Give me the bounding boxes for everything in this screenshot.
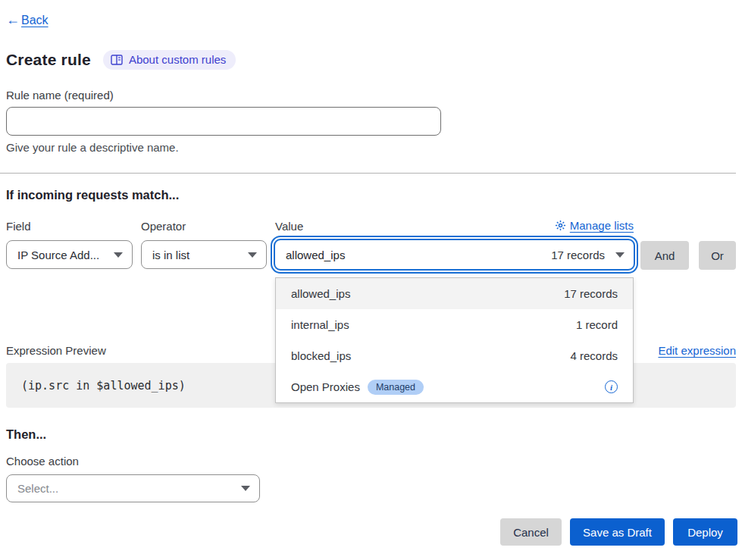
- then-heading: Then...: [6, 427, 46, 442]
- manage-lists-link[interactable]: Manage lists: [275, 219, 634, 232]
- list-item-name: Open Proxies: [291, 380, 360, 393]
- chevron-down-icon: [241, 486, 250, 491]
- title-row: Create rule About custom rules: [6, 50, 236, 70]
- field-select[interactable]: IP Source Add...: [6, 240, 133, 269]
- value-combobox-meta: 17 records: [551, 249, 605, 261]
- list-item-internal-ips[interactable]: internal_ips 1 record: [276, 309, 633, 340]
- list-item-meta: 4 records: [570, 349, 618, 362]
- action-select-placeholder: Select...: [17, 482, 58, 495]
- managed-badge: Managed: [368, 380, 424, 395]
- about-badge-label: About custom rules: [129, 53, 226, 66]
- chevron-down-icon: [615, 252, 625, 258]
- expression-preview-label: Expression Preview: [6, 344, 106, 357]
- list-item-blocked-ips[interactable]: blocked_ips 4 records: [276, 340, 633, 371]
- list-item-meta: 17 records: [564, 287, 618, 300]
- value-combobox[interactable]: allowed_ips 17 records: [274, 239, 635, 271]
- rule-name-helper: Give your rule a descriptive name.: [6, 141, 179, 154]
- page-title: Create rule: [6, 51, 91, 69]
- expression-code: (ip.src in $allowed_ips): [21, 379, 186, 393]
- edit-expression-link[interactable]: Edit expression: [658, 344, 736, 357]
- list-item-open-proxies[interactable]: Open Proxies Managed i: [276, 371, 633, 402]
- section-divider: [0, 173, 736, 174]
- chevron-down-icon: [248, 252, 257, 258]
- info-icon[interactable]: i: [605, 380, 618, 393]
- list-item-meta: 1 record: [576, 318, 618, 331]
- chevron-down-icon: [114, 252, 123, 258]
- or-button[interactable]: Or: [699, 241, 736, 270]
- cancel-button[interactable]: Cancel: [500, 518, 562, 546]
- operator-select-value: is in list: [152, 249, 189, 261]
- back-link[interactable]: ← Back: [6, 12, 49, 28]
- operator-select[interactable]: is in list: [141, 240, 267, 269]
- match-heading: If incoming requests match...: [6, 188, 179, 202]
- rule-name-input[interactable]: [6, 107, 441, 136]
- book-icon: [111, 55, 123, 65]
- gear-icon: [555, 220, 566, 231]
- value-combobox-text: allowed_ips: [286, 249, 551, 261]
- about-custom-rules-link[interactable]: About custom rules: [103, 50, 236, 70]
- back-arrow-icon: ←: [6, 12, 20, 28]
- list-item-allowed-ips[interactable]: allowed_ips 17 records: [276, 278, 633, 309]
- manage-lists-label: Manage lists: [570, 219, 634, 232]
- deploy-button[interactable]: Deploy: [673, 518, 737, 546]
- and-button[interactable]: And: [640, 241, 689, 270]
- list-item-name: blocked_ips: [291, 349, 351, 362]
- choose-action-label: Choose action: [6, 455, 79, 468]
- operator-label: Operator: [141, 220, 186, 233]
- save-as-draft-button[interactable]: Save as Draft: [570, 518, 665, 546]
- action-select[interactable]: Select...: [6, 474, 260, 502]
- list-dropdown: allowed_ips 17 records internal_ips 1 re…: [275, 277, 634, 403]
- list-item-name: internal_ips: [291, 318, 349, 331]
- create-rule-page: ← Back Create rule About custom rules Ru…: [0, 0, 742, 560]
- back-label: Back: [21, 14, 49, 27]
- list-item-name: allowed_ips: [291, 287, 350, 300]
- field-select-value: IP Source Add...: [17, 249, 99, 261]
- field-label: Field: [6, 220, 31, 233]
- rule-name-label: Rule name (required): [6, 89, 114, 102]
